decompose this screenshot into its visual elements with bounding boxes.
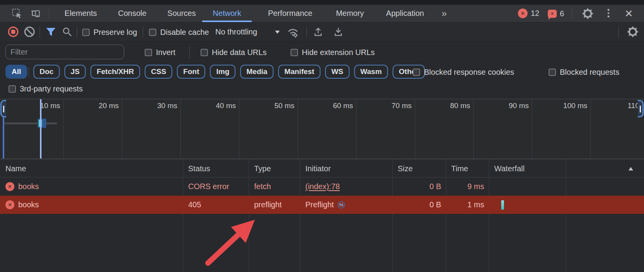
status-text: CORS error	[188, 182, 229, 191]
pill-label: JS	[71, 67, 80, 76]
column-header-type[interactable]: Type	[249, 160, 300, 177]
network-settings-gear-icon[interactable]	[627, 26, 639, 38]
network-toolbar: Preserve log Disable cache No throttling	[0, 22, 644, 42]
tab-label: Memory	[336, 9, 364, 18]
disable-cache-checkbox[interactable]: Disable cache	[149, 28, 209, 37]
column-header-size[interactable]: Size	[392, 160, 446, 177]
cell-initiator: (index):78	[300, 177, 392, 196]
request-name: books	[18, 182, 39, 191]
window-top-strip	[0, 0, 644, 5]
header-label: Size	[398, 164, 413, 173]
blocked-response-cookies-checkbox[interactable]: Blocked response cookies	[413, 68, 514, 77]
filter-pill-all[interactable]: All	[5, 65, 27, 79]
follow-preflight-icon[interactable]	[337, 201, 345, 209]
third-party-requests-checkbox[interactable]: 3rd-party requests	[9, 84, 83, 93]
import-har-icon[interactable]	[313, 26, 324, 37]
initiator-link[interactable]: Preflight	[305, 200, 334, 209]
issues-badge[interactable]: ✕ 6	[548, 9, 564, 18]
disable-cache-label: Disable cache	[160, 28, 209, 37]
tab-label: Network	[213, 9, 241, 18]
overview-selected-request	[38, 119, 46, 128]
filter-pill-font[interactable]: Font	[177, 65, 205, 79]
throttling-select[interactable]: No throttling	[215, 28, 280, 36]
size-text: 0 B	[429, 182, 441, 191]
toolbar-divider	[77, 26, 77, 38]
filter-pill-css[interactable]: CSS	[145, 65, 172, 79]
tick-label: 80 ms	[412, 102, 470, 110]
checkbox-icon[interactable]	[291, 49, 298, 56]
tabbar-divider	[49, 9, 49, 19]
column-header-status[interactable]: Status	[183, 160, 249, 177]
network-request-row[interactable]: ✕ books CORS error fetch (index):78 0 B …	[0, 177, 644, 196]
tab-elements[interactable]: Elements	[61, 5, 100, 22]
tab-network[interactable]: Network	[210, 5, 244, 22]
kebab-menu-icon[interactable]	[608, 9, 609, 17]
column-header-time[interactable]: Time	[446, 160, 489, 177]
inspect-element-icon[interactable]	[12, 8, 23, 19]
settings-gear-icon[interactable]	[582, 8, 594, 19]
initiator-link[interactable]: (index):78	[305, 182, 340, 191]
overview-right-handle[interactable]	[638, 100, 644, 117]
sort-ascending-icon[interactable]	[628, 167, 633, 170]
toolbar-divider	[143, 26, 143, 38]
network-conditions-icon[interactable]	[287, 26, 299, 38]
column-header-initiator[interactable]: Initiator	[300, 160, 392, 177]
cell-initiator: Preflight	[300, 196, 392, 214]
tab-application[interactable]: Application	[383, 5, 428, 22]
blocked-requests-checkbox[interactable]: Blocked requests	[549, 68, 619, 77]
tick-label: 40 ms	[178, 102, 236, 110]
console-errors-badge[interactable]: ✕ 12	[518, 9, 539, 18]
preserve-log-checkbox[interactable]: Preserve log	[82, 28, 137, 37]
overview-left-handle[interactable]	[0, 100, 6, 117]
header-label: Type	[254, 164, 271, 173]
checkbox-icon[interactable]	[9, 85, 16, 93]
record-network-log-icon[interactable]	[8, 26, 19, 37]
devtools-network-panel: Elements Console Sources Network Perform…	[0, 0, 644, 272]
network-request-row-selected[interactable]: ✕ books 405 preflight Preflight 0 B 1 ms	[0, 196, 644, 214]
hide-extension-urls-checkbox[interactable]: Hide extension URLs	[291, 48, 375, 57]
column-header-waterfall[interactable]: Waterfall	[489, 160, 628, 177]
tab-performance[interactable]: Performance	[265, 5, 316, 22]
column-header-name[interactable]: Name	[0, 160, 183, 177]
filter-pill-media[interactable]: Media	[240, 65, 274, 79]
hide-data-urls-checkbox[interactable]: Hide data URLs	[201, 48, 267, 57]
close-icon[interactable]: ✕	[625, 8, 633, 20]
issue-x-icon: ✕	[548, 10, 557, 18]
pill-label: All	[12, 67, 21, 76]
filter-pill-img[interactable]: Img	[210, 65, 235, 79]
timeline-overview[interactable]: 10 ms 20 ms 30 ms 40 ms 50 ms 60 ms 70 m…	[0, 99, 644, 159]
filter-pill-manifest[interactable]: Manifest	[278, 65, 320, 79]
invert-checkbox[interactable]: Invert	[145, 48, 175, 57]
clear-network-log-icon[interactable]	[24, 26, 35, 37]
filter-funnel-icon[interactable]	[46, 27, 56, 37]
filter-pill-ws[interactable]: WS	[325, 65, 350, 79]
filter-input[interactable]	[5, 45, 124, 59]
device-toolbar-icon[interactable]	[30, 8, 41, 19]
tick-label: 90 ms	[471, 102, 529, 110]
filter-pill-wasm[interactable]: Wasm	[354, 65, 388, 79]
tab-memory[interactable]: Memory	[332, 5, 368, 22]
cell-size: 0 B	[392, 177, 446, 196]
checkbox-icon[interactable]	[413, 69, 420, 76]
checkbox-icon[interactable]	[149, 29, 156, 36]
checkbox-icon[interactable]	[145, 49, 152, 56]
search-icon[interactable]	[62, 27, 72, 37]
tab-sources[interactable]: Sources	[164, 5, 199, 22]
filter-row: Invert Hide data URLs Hide extension URL…	[0, 42, 644, 62]
filter-pill-fetch-xhr[interactable]: Fetch/XHR	[90, 65, 140, 79]
export-har-icon[interactable]	[333, 26, 344, 37]
more-tabs-chevron-icon[interactable]: »	[436, 5, 452, 22]
tab-label: Performance	[268, 9, 313, 18]
pill-label: Wasm	[360, 67, 382, 76]
table-header: Name Status Type Initiator Size Time Wat…	[0, 159, 644, 177]
checkbox-icon[interactable]	[201, 49, 208, 56]
requests-table: Name Status Type Initiator Size Time Wat…	[0, 159, 644, 272]
tick-label: 70 ms	[353, 102, 412, 110]
time-text: 9 ms	[467, 182, 484, 191]
resource-type-filters: All Doc JS Fetch/XHR CSS Font Img Media …	[0, 62, 644, 81]
filter-pill-js[interactable]: JS	[64, 65, 86, 79]
tab-console[interactable]: Console	[115, 5, 150, 22]
checkbox-icon[interactable]	[549, 69, 556, 76]
filter-pill-doc[interactable]: Doc	[33, 65, 60, 79]
checkbox-icon[interactable]	[82, 29, 90, 36]
